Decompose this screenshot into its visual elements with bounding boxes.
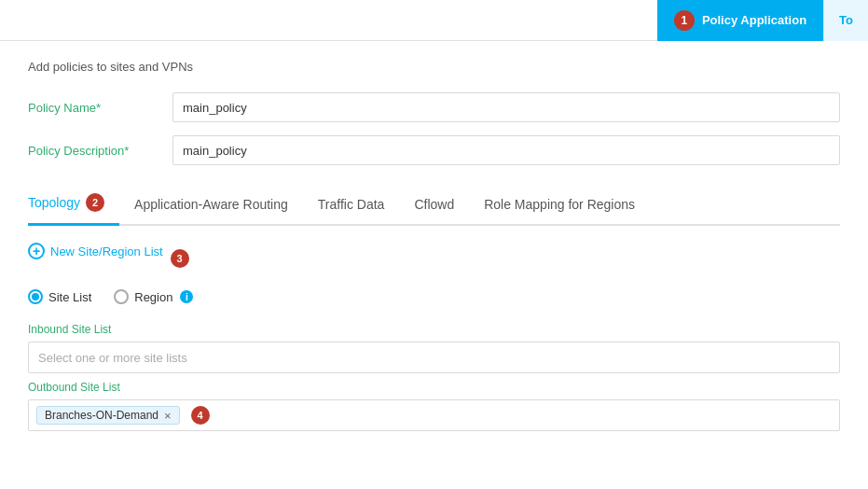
tabs-container: Topology 2 Application-Aware Routing Tra… (28, 184, 840, 226)
radio-site-list-label: Site List (48, 290, 91, 304)
plus-circle-icon: + (28, 243, 45, 259)
radio-region-circle (114, 289, 129, 304)
policy-description-label: Policy Description* (28, 144, 172, 158)
tab-traffic-data-label: Traffic Data (318, 197, 385, 212)
tab-cflowd[interactable]: Cflowd (399, 188, 469, 226)
outbound-site-list-label: Outbound Site List (28, 381, 840, 394)
main-content: Add policies to sites and VPNs Policy Na… (0, 41, 868, 448)
policy-description-group: Policy Description* (28, 135, 840, 165)
tag-label: Branches-ON-Demand (45, 409, 158, 422)
step-indicator: 1 Policy Application To (657, 0, 868, 41)
page-subtitle: Add policies to sites and VPNs (28, 60, 840, 74)
tab-topology-label: Topology (28, 195, 80, 210)
topology-tab-content: + New Site/Region List 3 Site List Regio… (28, 226, 840, 448)
region-info-icon[interactable]: i (180, 290, 193, 303)
radio-group: Site List Region i (28, 289, 840, 304)
tab-role-mapping-label: Role Mapping for Regions (484, 197, 635, 212)
inbound-site-list-input[interactable]: Select one or more site lists (28, 342, 840, 373)
outbound-tag-badge: 4 (191, 406, 210, 425)
step-badge-1: 1 (674, 10, 695, 31)
tab-role-mapping[interactable]: Role Mapping for Regions (469, 188, 650, 226)
tab-app-aware-label: Application-Aware Routing (134, 197, 288, 212)
policy-name-label: Policy Name* (28, 101, 172, 115)
new-site-badge: 3 (171, 249, 189, 268)
tab-topology-badge: 2 (86, 193, 104, 212)
inbound-site-list-label: Inbound Site List (28, 323, 840, 336)
top-header: 1 Policy Application To (0, 0, 868, 41)
inbound-placeholder: Select one or more site lists (38, 351, 187, 365)
next-step-label: To (839, 13, 853, 27)
radio-site-list[interactable]: Site List (28, 289, 91, 304)
tab-cflowd-label: Cflowd (414, 197, 454, 212)
policy-name-input[interactable] (172, 92, 840, 122)
policy-application-step[interactable]: 1 Policy Application (657, 0, 823, 41)
tab-topology[interactable]: Topology 2 (28, 184, 119, 226)
outbound-site-list-tags[interactable]: Branches-ON-Demand × 4 (28, 399, 840, 431)
outbound-site-list-section: Outbound Site List Branches-ON-Demand × … (28, 381, 840, 431)
radio-region[interactable]: Region i (114, 289, 193, 304)
inbound-site-list-section: Inbound Site List Select one or more sit… (28, 323, 840, 373)
radio-region-label: Region (134, 290, 172, 304)
policy-name-group: Policy Name* (28, 92, 840, 122)
tab-app-aware[interactable]: Application-Aware Routing (119, 188, 303, 226)
policy-description-input[interactable] (172, 135, 840, 165)
tab-traffic-data[interactable]: Traffic Data (303, 188, 400, 226)
outbound-tag-branches: Branches-ON-Demand × (36, 406, 180, 425)
new-site-region-button[interactable]: + New Site/Region List (28, 243, 163, 259)
step-label: Policy Application (702, 13, 806, 27)
new-site-button-label: New Site/Region List (50, 244, 163, 258)
radio-site-list-circle (28, 289, 43, 304)
tag-close-icon[interactable]: × (164, 410, 172, 422)
next-step-button[interactable]: To (823, 0, 868, 41)
